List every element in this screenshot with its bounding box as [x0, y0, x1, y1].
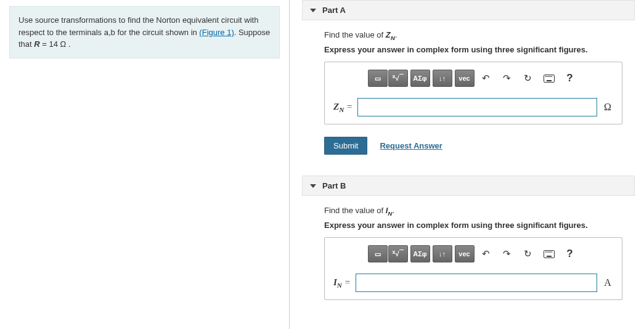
part-b-answer-row: IN = A	[333, 274, 613, 292]
prompt-unit: Ω	[60, 39, 67, 49]
part-a-answer-panel: ▭ x√ ΑΣφ ↓↑ vec ↶ ↷ ↻ ?	[324, 62, 622, 124]
help-icon[interactable]: ?	[561, 70, 579, 87]
part-b-input[interactable]	[356, 274, 597, 292]
part-b-question: Find the value of IN.	[324, 205, 622, 218]
part-b-var-label: IN =	[333, 277, 351, 289]
part-a-body: Find the value of ZN. Express your answe…	[302, 20, 635, 161]
vector-icon[interactable]: vec	[455, 70, 475, 87]
undo-icon[interactable]: ↶	[477, 70, 495, 87]
page-layout: Use source transformations to find the N…	[0, 0, 644, 329]
part-b-title: Part B	[322, 181, 346, 190]
part-a-answer-row: ZN = Ω	[333, 98, 613, 116]
part-a-question: Find the value of ZN.	[324, 29, 622, 43]
part-a-input[interactable]	[357, 98, 597, 116]
submit-button[interactable]: Submit	[324, 137, 367, 155]
part-a-header[interactable]: Part A	[302, 0, 635, 20]
subscript-icon[interactable]: ↓↑	[433, 70, 452, 87]
greek-icon[interactable]: ΑΣφ	[410, 70, 430, 87]
help-icon[interactable]: ?	[561, 245, 579, 262]
redo-icon[interactable]: ↷	[498, 245, 516, 262]
part-a-actions: Submit Request Answer	[324, 137, 622, 155]
problem-statement: Use source transformations to find the N…	[9, 6, 280, 59]
radical-icon[interactable]: x√	[388, 70, 408, 87]
collapse-icon	[310, 9, 316, 12]
prompt-period: .	[66, 39, 70, 49]
templates-icon[interactable]: ▭	[368, 245, 388, 262]
problem-column: Use source transformations to find the N…	[0, 0, 290, 329]
part-b-toolbar: ▭ x√ ΑΣφ ↓↑ vec ↶ ↷ ↻ ?	[333, 245, 613, 262]
undo-icon[interactable]: ↶	[477, 245, 495, 262]
keyboard-icon[interactable]	[540, 245, 558, 262]
part-a-toolbar: ▭ x√ ΑΣφ ↓↑ vec ↶ ↷ ↻ ?	[333, 70, 613, 87]
templates-icon[interactable]: ▭	[368, 70, 388, 87]
part-b-body: Find the value of IN. Express your answe…	[302, 196, 635, 319]
prompt-eq: = 14	[40, 39, 60, 49]
part-a-var-label: ZN =	[333, 102, 353, 113]
prompt-var: R	[34, 39, 39, 49]
part-a-instruction: Express your answer in complex form usin…	[324, 45, 622, 54]
radical-icon[interactable]: x√	[388, 245, 408, 262]
request-answer-link[interactable]: Request Answer	[380, 141, 442, 150]
collapse-icon	[310, 184, 316, 188]
part-b-instruction: Express your answer in complex form usin…	[324, 221, 622, 230]
part-b-header[interactable]: Part B	[302, 176, 635, 196]
answer-column: Part A Find the value of ZN. Express you…	[290, 0, 644, 329]
greek-icon[interactable]: ΑΣφ	[410, 245, 430, 262]
vector-icon[interactable]: vec	[455, 245, 475, 262]
reset-icon[interactable]: ↻	[519, 245, 537, 262]
part-a-unit: Ω	[602, 102, 613, 113]
figure-link[interactable]: (Figure 1)	[199, 28, 234, 37]
keyboard-icon[interactable]	[540, 70, 558, 87]
redo-icon[interactable]: ↷	[498, 70, 516, 87]
reset-icon[interactable]: ↻	[519, 70, 537, 87]
subscript-icon[interactable]: ↓↑	[433, 245, 452, 262]
part-b-unit: A	[602, 277, 613, 288]
part-a-title: Part A	[322, 6, 346, 15]
part-b-answer-panel: ▭ x√ ΑΣφ ↓↑ vec ↶ ↷ ↻ ?	[324, 237, 622, 300]
